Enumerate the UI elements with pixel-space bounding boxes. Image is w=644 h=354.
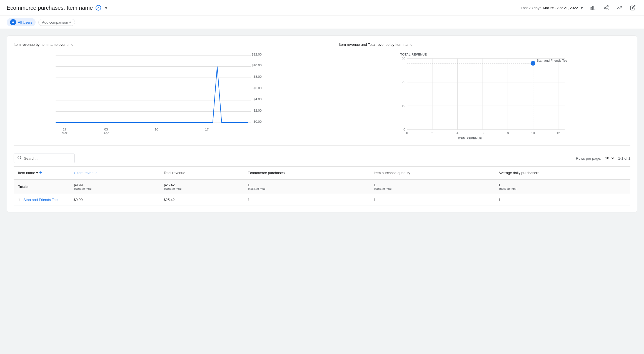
scatter-chart-section: Item revenue and Total revenue by Item n… xyxy=(339,42,631,140)
svg-text:Mar: Mar xyxy=(62,131,67,135)
all-users-chip[interactable]: A All Users xyxy=(7,18,36,26)
item-revenue-header-label: Item revenue xyxy=(76,171,98,175)
add-comparison-label: Add comparison xyxy=(42,20,68,24)
title-dropdown-button[interactable]: ▾ xyxy=(104,4,108,12)
svg-text:Apr: Apr xyxy=(104,131,109,135)
row-ecommerce-purchases: 1 xyxy=(243,194,369,205)
svg-point-5 xyxy=(607,9,608,10)
avg-daily-purchasers-header-label: Average daily purchasers xyxy=(498,171,539,175)
svg-line-7 xyxy=(605,6,607,7)
svg-text:$8.00: $8.00 xyxy=(253,75,262,78)
plus-icon: + xyxy=(69,20,71,24)
row-index: 1 xyxy=(18,198,20,202)
add-column-button[interactable]: + xyxy=(39,170,42,176)
row-avg-daily-purchasers: 1 xyxy=(494,194,630,205)
col-header-total-revenue[interactable]: Total revenue xyxy=(159,167,243,179)
svg-rect-1 xyxy=(592,6,593,10)
svg-text:$10.00: $10.00 xyxy=(252,63,262,67)
svg-text:20: 20 xyxy=(401,80,405,84)
col-header-item-name[interactable]: Item name ▾ + xyxy=(14,167,69,179)
row-total-revenue: $25.42 xyxy=(159,194,243,205)
svg-rect-0 xyxy=(591,7,592,10)
rows-per-page: Rows per page: 10 25 50 xyxy=(576,155,615,161)
status-check-icon: ✓ xyxy=(96,5,101,11)
share-icon-button[interactable] xyxy=(602,3,611,12)
svg-text:$2.00: $2.00 xyxy=(253,109,262,112)
col-header-ecommerce-purchases[interactable]: Ecommerce purchases xyxy=(243,167,369,179)
col-header-item-revenue[interactable]: ↓ Item revenue xyxy=(69,167,159,179)
scatter-chart-title: Item revenue and Total revenue by Item n… xyxy=(339,42,631,47)
svg-text:27: 27 xyxy=(63,127,66,131)
pagination-controls: Rows per page: 10 25 50 1-1 of 1 xyxy=(576,155,630,161)
svg-text:8: 8 xyxy=(507,131,509,135)
svg-point-55 xyxy=(18,156,21,159)
item-name-header-label: Item name ▾ xyxy=(18,171,38,175)
svg-point-4 xyxy=(604,7,606,9)
svg-text:10: 10 xyxy=(401,104,405,107)
table-section: Rows per page: 10 25 50 1-1 of 1 xyxy=(14,145,630,205)
totals-item-purchase-qty: 1 100% of total xyxy=(369,179,494,194)
totals-row: Totals $9.99 100% of total $25.42 100% o… xyxy=(14,179,630,194)
row-item-purchase-qty: 1 xyxy=(369,194,494,205)
user-avatar: A xyxy=(10,19,16,25)
svg-text:6: 6 xyxy=(482,131,484,135)
scatter-chart-svg: TOTAL REVENUE 30 20 10 0 xyxy=(339,51,631,140)
line-chart-title: Item revenue by Item name over time xyxy=(14,42,305,47)
svg-text:Stan and Friends Tee: Stan and Friends Tee xyxy=(536,59,567,62)
col-header-avg-daily-purchasers[interactable]: Average daily purchasers xyxy=(494,167,630,179)
charts-row: Item revenue by Item name over time $12.… xyxy=(14,42,630,140)
svg-text:10: 10 xyxy=(531,131,535,135)
date-range: Last 28 days Mar 25 - Apr 21, 2022 ▾ xyxy=(521,4,584,12)
filter-bar: A All Users Add comparison + xyxy=(0,16,644,29)
svg-point-3 xyxy=(607,6,608,7)
trending-icon-button[interactable] xyxy=(615,3,624,12)
bar-chart-icon-button[interactable] xyxy=(588,3,597,12)
col-header-item-purchase-qty[interactable]: Item purchase quantity xyxy=(369,167,494,179)
edit-icon-button[interactable] xyxy=(628,3,637,12)
svg-rect-2 xyxy=(594,8,595,10)
svg-text:4: 4 xyxy=(456,131,458,135)
search-box[interactable] xyxy=(14,154,75,163)
all-users-label: All Users xyxy=(18,20,32,24)
svg-text:0: 0 xyxy=(406,131,408,135)
chart-card: Item revenue by Item name over time $12.… xyxy=(7,36,637,212)
page-title: Ecommerce purchases: Item name xyxy=(7,5,93,11)
ecommerce-purchases-header-label: Ecommerce purchases xyxy=(248,171,285,175)
date-range-dropdown-button[interactable]: ▾ xyxy=(580,4,584,12)
svg-line-6 xyxy=(605,8,607,9)
line-chart-container: $12.00 $10.00 $8.00 $6.00 $4.00 $2.00 $0… xyxy=(14,51,305,140)
row-item-name[interactable]: Stan and Friends Tee xyxy=(23,198,58,202)
row-index-and-name: 1 Stan and Friends Tee xyxy=(14,194,69,205)
table-controls: Rows per page: 10 25 50 1-1 of 1 xyxy=(14,150,630,167)
totals-item-revenue: $9.99 100% of total xyxy=(69,179,159,194)
rows-per-page-label: Rows per page: xyxy=(576,156,601,160)
svg-text:$6.00: $6.00 xyxy=(253,86,262,90)
totals-avg-daily-purchasers: 1 100% of total xyxy=(494,179,630,194)
svg-text:$0.00: $0.00 xyxy=(253,120,262,123)
item-purchase-qty-header-label: Item purchase quantity xyxy=(374,171,410,175)
data-table: Item name ▾ + ↓ Item revenue Total reven… xyxy=(14,167,630,205)
scatter-chart-container: TOTAL REVENUE 30 20 10 0 xyxy=(339,51,631,140)
row-item-revenue: $9.99 xyxy=(69,194,159,205)
line-chart-section: Item revenue by Item name over time $12.… xyxy=(14,42,305,140)
add-comparison-button[interactable]: Add comparison + xyxy=(38,19,75,26)
header-right: Last 28 days Mar 25 - Apr 21, 2022 ▾ xyxy=(521,3,637,12)
header-left: Ecommerce purchases: Item name ✓ ▾ xyxy=(7,4,108,12)
svg-line-56 xyxy=(20,159,21,159)
svg-text:12: 12 xyxy=(556,131,560,135)
search-icon xyxy=(17,155,22,161)
chart-divider xyxy=(322,42,322,140)
totals-total-revenue: $25.42 100% of total xyxy=(159,179,243,194)
sort-arrow-icon: ↓ xyxy=(74,171,75,175)
svg-text:30: 30 xyxy=(401,56,405,60)
table-row: 1 Stan and Friends Tee $9.99 $25.42 1 1 … xyxy=(14,194,630,205)
svg-text:0: 0 xyxy=(403,127,405,131)
svg-text:ITEM REVENUE: ITEM REVENUE xyxy=(458,137,482,140)
svg-text:$12.00: $12.00 xyxy=(252,52,262,56)
main-content: Item revenue by Item name over time $12.… xyxy=(0,29,644,225)
svg-text:$4.00: $4.00 xyxy=(253,97,262,101)
rows-per-page-select[interactable]: 10 25 50 xyxy=(603,155,615,161)
svg-text:2: 2 xyxy=(431,131,433,135)
search-input[interactable] xyxy=(24,156,71,160)
svg-text:10: 10 xyxy=(155,127,159,131)
